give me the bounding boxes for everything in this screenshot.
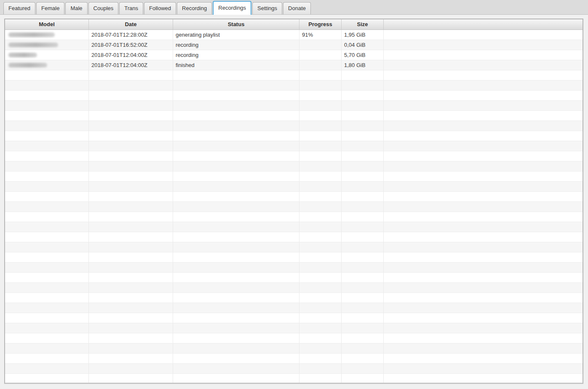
date-cell (89, 111, 173, 121)
tab-bar: Featured Female Male Couples Trans Follo… (0, 0, 588, 15)
status-cell (173, 141, 299, 151)
filler-cell (384, 70, 583, 80)
column-header-progress[interactable]: Progress (299, 19, 342, 30)
size-cell (342, 121, 384, 131)
tab-featured[interactable]: Featured (3, 2, 35, 14)
tab-donate[interactable]: Donate (283, 2, 311, 14)
status-cell: recording (173, 40, 299, 50)
table-row[interactable]: 2018-07-01T12:04:00Z recording 5,70 GiB (5, 50, 583, 60)
status-cell (173, 131, 299, 141)
redacted-model-name (8, 63, 47, 67)
empty-table-row (5, 70, 583, 80)
progress-cell (299, 111, 342, 121)
column-header-status[interactable]: Status (173, 19, 299, 30)
status-cell (173, 70, 299, 80)
progress-cell (299, 202, 342, 212)
model-cell (5, 333, 89, 343)
model-cell (5, 101, 89, 110)
progress-cell (299, 70, 342, 80)
date-cell (89, 141, 173, 151)
progress-cell (299, 91, 342, 100)
date-cell (89, 80, 173, 90)
status-cell (173, 192, 299, 201)
column-header-model[interactable]: Model (5, 19, 89, 30)
filler-cell (384, 354, 583, 363)
size-cell (342, 323, 384, 333)
date-cell (89, 202, 173, 212)
redacted-model-name (8, 32, 55, 37)
date-cell: 2018-07-01T12:04:00Z (89, 50, 173, 60)
tab-female[interactable]: Female (36, 2, 64, 14)
tab-male[interactable]: Male (65, 2, 87, 14)
model-cell (5, 323, 89, 333)
column-header-date[interactable]: Date (89, 19, 173, 30)
date-cell (89, 192, 173, 201)
status-cell: recording (173, 50, 299, 60)
empty-table-row (5, 232, 583, 242)
model-cell (5, 343, 89, 353)
progress-cell (299, 121, 342, 131)
status-cell (173, 161, 299, 171)
tab-trans[interactable]: Trans (119, 2, 143, 14)
progress-cell (299, 303, 342, 313)
size-cell (342, 202, 384, 212)
redacted-model-name (8, 53, 37, 57)
size-cell: 5,70 GiB (342, 50, 384, 60)
date-cell (89, 283, 173, 292)
table-row[interactable]: 2018-07-01T12:28:00Z generating playlist… (5, 30, 583, 40)
model-cell (5, 283, 89, 292)
progress-cell (299, 313, 342, 323)
filler-cell (384, 323, 583, 333)
filler-cell (384, 242, 583, 252)
model-cell (5, 30, 89, 40)
status-cell: finished (173, 60, 299, 70)
size-cell (342, 182, 384, 191)
filler-cell (384, 343, 583, 353)
filler-cell (384, 30, 583, 40)
date-cell: 2018-07-01T12:28:00Z (89, 30, 173, 40)
model-cell (5, 40, 89, 50)
status-cell (173, 182, 299, 191)
table-row[interactable]: 2018-07-01T16:52:00Z recording 0,04 GiB (5, 40, 583, 50)
empty-table-row (5, 323, 583, 333)
empty-table-row (5, 374, 583, 384)
status-cell (173, 283, 299, 292)
status-cell (173, 273, 299, 282)
size-cell (342, 80, 384, 90)
column-header-size[interactable]: Size (342, 19, 384, 30)
model-cell (5, 182, 89, 191)
empty-table-row (5, 354, 583, 364)
empty-table-row (5, 212, 583, 222)
filler-cell (384, 313, 583, 323)
size-cell (342, 222, 384, 232)
size-cell (342, 252, 384, 262)
model-cell (5, 131, 89, 141)
status-cell (173, 374, 299, 384)
tab-recording[interactable]: Recording (177, 2, 212, 14)
tab-couples[interactable]: Couples (88, 2, 119, 14)
tab-settings[interactable]: Settings (252, 2, 282, 14)
date-cell (89, 333, 173, 343)
filler-cell (384, 202, 583, 212)
date-cell (89, 182, 173, 191)
tab-followed[interactable]: Followed (144, 2, 176, 14)
size-cell (342, 364, 384, 373)
date-cell (89, 273, 173, 282)
table-row[interactable]: 2018-07-01T12:04:00Z finished 1,80 GiB (5, 60, 583, 70)
model-cell (5, 60, 89, 70)
size-cell (342, 212, 384, 222)
size-cell (342, 283, 384, 292)
date-cell (89, 364, 173, 373)
status-cell (173, 364, 299, 373)
size-cell (342, 192, 384, 201)
tab-recordings[interactable]: Recordings (213, 1, 251, 15)
status-cell (173, 121, 299, 131)
progress-cell (299, 151, 342, 161)
filler-cell (384, 303, 583, 313)
date-cell (89, 172, 173, 181)
size-cell (342, 313, 384, 323)
filler-cell (384, 121, 583, 131)
size-cell (342, 343, 384, 353)
filler-cell (384, 364, 583, 373)
model-cell (5, 70, 89, 80)
